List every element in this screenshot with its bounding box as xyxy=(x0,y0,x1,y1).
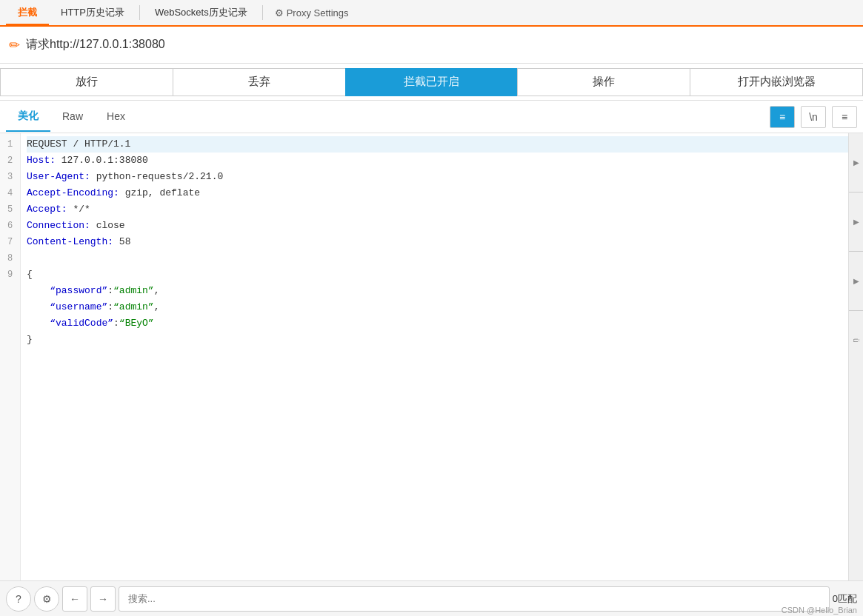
tab-websockets[interactable]: WebSockets历史记录 xyxy=(143,1,259,25)
right-panel-item-3[interactable]: ▶ xyxy=(849,252,863,311)
wrap-icon: ≡ xyxy=(842,111,847,123)
code-line-12: “validCode”:“BEyO” xyxy=(27,315,857,332)
help-button[interactable]: ? xyxy=(6,586,31,612)
url-bar: ✏ 请求http://127.0.0.1:38080 xyxy=(0,27,863,64)
match-count: 0匹配 xyxy=(833,592,857,606)
line-num-8: 8 xyxy=(4,250,16,267)
back-button[interactable]: ← xyxy=(62,586,87,612)
tab-intercept[interactable]: 拦截 xyxy=(6,1,49,25)
settings-icon: ⚙ xyxy=(42,593,52,605)
action-button[interactable]: 操作 xyxy=(517,68,690,96)
newline-icon: \n xyxy=(809,111,818,123)
back-arrow-icon: ← xyxy=(70,593,80,605)
code-content: REQUEST / HTTP/1.1 Host: 127.0.0.1:38080… xyxy=(21,133,863,580)
edit-icon: ✏ xyxy=(9,37,20,53)
code-line-10: “password”:“admin”, xyxy=(27,283,857,299)
discard-button[interactable]: 丢弃 xyxy=(173,68,345,96)
forward-arrow-icon: → xyxy=(98,593,108,605)
line-num-2: 2 xyxy=(4,153,16,169)
line-num-5: 5 xyxy=(4,201,16,218)
format-icons: ≡ \n ≡ xyxy=(770,106,857,128)
line-num-1: 1 xyxy=(4,136,16,153)
code-line-11: “username”:“admin”, xyxy=(27,299,857,315)
format-tab-raw[interactable]: Raw xyxy=(50,103,95,131)
wrap-icon-button[interactable]: ≡ xyxy=(832,106,857,128)
line-num-6: 6 xyxy=(4,218,16,234)
code-line-13: } xyxy=(27,332,857,348)
format-tab-hex[interactable]: Hex xyxy=(95,103,137,131)
code-line-4: Accept-Encoding: gzip, deflate xyxy=(27,185,857,201)
forward-button[interactable]: → xyxy=(90,586,116,612)
line-num-4: 4 xyxy=(4,185,16,201)
allow-button[interactable]: 放行 xyxy=(0,68,173,96)
newline-icon-button[interactable]: \n xyxy=(801,106,826,128)
settings-button[interactable]: ⚙ xyxy=(34,586,59,612)
intercept-toggle-button[interactable]: 拦截已开启 xyxy=(345,68,518,96)
line-num-3: 3 xyxy=(4,169,16,185)
tab-bar: 拦截 HTTP历史记录 WebSockets历史记录 ⚙ Proxy Setti… xyxy=(0,0,863,27)
action-bar: 放行 丢弃 拦截已开启 操作 打开内嵌浏览器 xyxy=(0,64,863,101)
tab-separator xyxy=(139,5,140,20)
list-icon: ≡ xyxy=(779,111,785,123)
search-input[interactable] xyxy=(119,586,830,612)
request-url: 请求http://127.0.0.1:38080 xyxy=(26,37,165,53)
format-tab-beautify[interactable]: 美化 xyxy=(6,102,50,132)
format-bar: 美化 Raw Hex ≡ \n ≡ xyxy=(0,101,863,133)
right-panel-item-4[interactable]: ü xyxy=(849,311,863,370)
code-line-1: REQUEST / HTTP/1.1 xyxy=(27,136,857,153)
main-container: 拦截 HTTP历史记录 WebSockets历史记录 ⚙ Proxy Setti… xyxy=(0,0,863,616)
gear-icon: ⚙ xyxy=(275,7,284,19)
watermark: CSDN @Hello_Brian xyxy=(782,606,857,615)
code-editor[interactable]: 1 2 3 4 5 6 7 8 9 REQUEST / HTTP/1.1 Hos… xyxy=(0,133,863,580)
code-line-7: Content-Length: 58 xyxy=(27,234,857,250)
code-line-9: { xyxy=(27,267,857,283)
tab-separator-2 xyxy=(262,5,263,20)
open-browser-button[interactable]: 打开内嵌浏览器 xyxy=(690,68,863,96)
line-numbers: 1 2 3 4 5 6 7 8 9 xyxy=(0,133,21,580)
line-num-9: 9 xyxy=(4,267,16,283)
right-panel-item-1[interactable]: ▶ xyxy=(849,133,863,192)
tab-http-history[interactable]: HTTP历史记录 xyxy=(49,1,136,25)
code-line-6: Connection: close xyxy=(27,218,857,234)
right-panel-item-2[interactable]: ▶ xyxy=(849,192,863,252)
list-icon-button[interactable]: ≡ xyxy=(770,106,795,128)
line-num-7: 7 xyxy=(4,234,16,250)
proxy-settings-tab[interactable]: ⚙ Proxy Settings xyxy=(266,3,358,23)
code-line-8 xyxy=(27,250,857,267)
code-line-3: User-Agent: python-requests/2.21.0 xyxy=(27,169,857,185)
bottom-toolbar: ? ⚙ ← → 0匹配 CSDN @Hello_Brian xyxy=(0,580,863,616)
right-panel: ▶ ▶ ▶ ü xyxy=(848,133,863,580)
code-line-5: Accept: */* xyxy=(27,201,857,218)
code-line-2: Host: 127.0.0.1:38080 xyxy=(27,153,857,169)
question-icon: ? xyxy=(16,593,21,605)
proxy-settings-label: Proxy Settings xyxy=(287,7,349,19)
